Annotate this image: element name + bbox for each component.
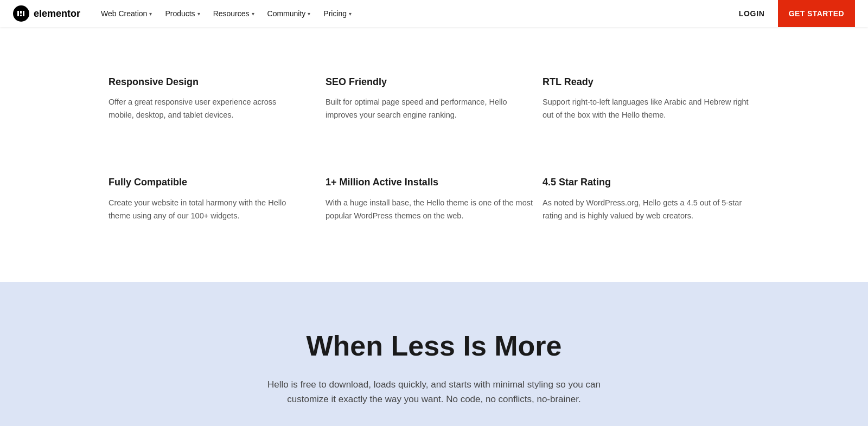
logo-icon	[13, 5, 29, 22]
nav-pricing[interactable]: Pricing ▾	[318, 6, 357, 21]
nav-products[interactable]: Products ▾	[159, 6, 205, 21]
feature-million-installs: 1+ Million Active Installs With a huge i…	[326, 160, 542, 238]
feature-fully-compatible: Fully Compatible Create your website in …	[108, 160, 326, 238]
features-section: Responsive Design Offer a great responsi…	[0, 27, 868, 282]
feature-title: Fully Compatible	[108, 176, 293, 189]
features-grid: Responsive Design Offer a great responsi…	[108, 60, 760, 238]
feature-rtl-ready: RTL Ready Support right-to-left language…	[542, 60, 760, 138]
cta-section: When Less Is More Hello is free to downl…	[0, 282, 868, 426]
svg-rect-0	[17, 11, 19, 16]
navbar: elementor Web Creation ▾ Products ▾ Reso…	[0, 0, 868, 27]
feature-description: With a huge install base, the Hello them…	[326, 197, 542, 223]
cta-title: When Less Is More	[22, 331, 846, 362]
cta-description: Hello is free to download, loads quickly…	[260, 377, 608, 406]
chevron-down-icon: ▾	[308, 11, 310, 17]
feature-title: 4.5 Star Rating	[542, 176, 760, 189]
chevron-down-icon: ▾	[197, 11, 200, 17]
nav-resources[interactable]: Resources ▾	[208, 6, 260, 21]
feature-responsive-design: Responsive Design Offer a great responsi…	[108, 60, 326, 138]
logo-text: elementor	[34, 8, 80, 20]
login-button[interactable]: LOGIN	[732, 5, 771, 22]
nav-right: LOGIN GET STARTED	[732, 0, 855, 27]
chevron-down-icon: ▾	[252, 11, 254, 17]
feature-title: 1+ Million Active Installs	[326, 176, 542, 189]
feature-description: Support right-to-left languages like Ara…	[542, 96, 760, 122]
feature-seo-friendly: SEO Friendly Built for optimal page spee…	[326, 60, 542, 138]
nav-items: Web Creation ▾ Products ▾ Resources ▾ Co…	[95, 6, 732, 21]
feature-description: As noted by WordPress.org, Hello gets a …	[542, 197, 760, 223]
feature-title: Responsive Design	[108, 76, 293, 88]
feature-description: Offer a great responsive user experience…	[108, 96, 293, 122]
feature-title: RTL Ready	[542, 76, 760, 88]
feature-description: Create your website in total harmony wit…	[108, 197, 293, 223]
feature-description: Built for optimal page speed and perform…	[326, 96, 510, 122]
svg-rect-1	[20, 11, 22, 14]
svg-rect-3	[23, 11, 24, 16]
feature-star-rating: 4.5 Star Rating As noted by WordPress.or…	[542, 160, 760, 238]
row-spacer	[108, 138, 760, 160]
chevron-down-icon: ▾	[349, 11, 352, 17]
nav-community[interactable]: Community ▾	[262, 6, 316, 21]
get-started-button[interactable]: GET STARTED	[778, 0, 855, 27]
chevron-down-icon: ▾	[149, 11, 152, 17]
nav-web-creation[interactable]: Web Creation ▾	[95, 6, 157, 21]
feature-title: SEO Friendly	[326, 76, 510, 88]
svg-rect-2	[20, 15, 22, 16]
logo[interactable]: elementor	[13, 5, 80, 22]
